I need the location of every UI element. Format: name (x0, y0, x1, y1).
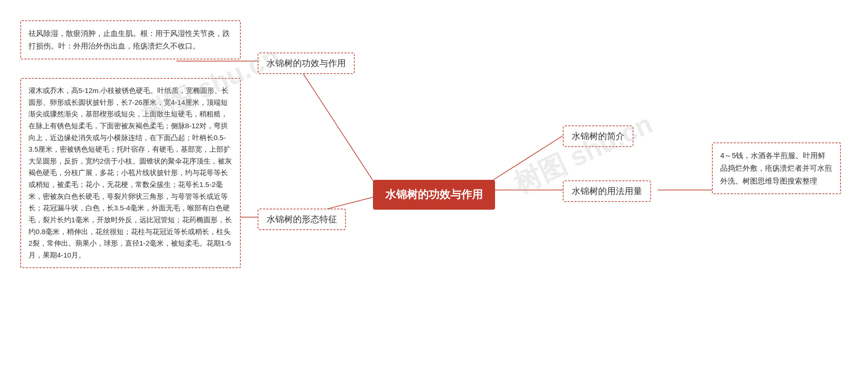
mindmap-container: 水锦树的功效与作用 水锦树的简介 水锦树的用法用量 4～5钱，水酒各半煎服。叶用… (0, 0, 868, 380)
branch-effect-label: 水锦树的功效与作用 (258, 53, 355, 74)
content-box-morphology: 灌木或乔木，高5-12m.小枝被锈色硬毛。叶纸质，宽椭圆形、长圆形、卵形或长圆状… (20, 78, 241, 268)
branch-usage: 水锦树的用法用量 (563, 180, 651, 202)
content-box-effect: 祛风除湿，散瘀消肿，止血生肌。根：用于风湿性关节炎，跌打损伤。叶：外用治外伤出血… (20, 20, 241, 59)
central-node: 水锦树的功效与作用 (373, 180, 495, 210)
branch-intro: 水锦树的简介 (563, 126, 633, 147)
right-content-box: 4～5钱，水酒各半煎服。叶用鲜品捣烂外敷，疮疡溃烂者并可水煎外洗。树图思维导图搜… (712, 142, 841, 194)
svg-line-3 (295, 61, 375, 183)
branch-morphology-label: 水锦树的形态特征 (258, 209, 346, 230)
svg-line-0 (493, 136, 563, 180)
